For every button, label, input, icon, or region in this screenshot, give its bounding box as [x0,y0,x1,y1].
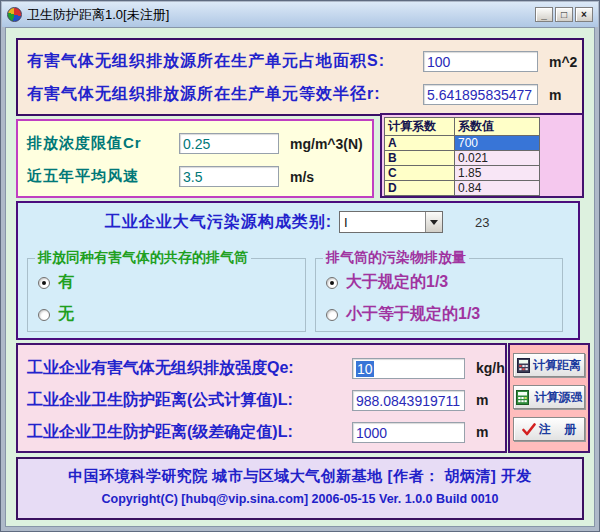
stacks-option-no-label[interactable]: 无 [58,304,74,325]
source-area-input[interactable]: 100 [423,51,538,72]
maximize-button[interactable]: □ [555,7,573,22]
windspeed-row: 近五年平均风速 3.5 m/s [18,160,372,193]
calculator-dark-icon [517,358,530,373]
calculator-green-icon [516,390,529,405]
distance-final-row: 工业企业卫生防护距离(级差确定值)L: 1000 m [18,416,505,448]
table-row[interactable]: D 0.84 [385,181,540,196]
distance-formula-row: 工业企业卫生防护距离(公式计算值)L: 988.0843919711 m [18,384,505,416]
table-row[interactable]: B 0.021 [385,151,540,166]
register-button[interactable]: 注 册 [513,417,585,441]
emission-option-greater-label[interactable]: 大于规定的1/3 [346,272,448,293]
qe-unit: kg/h [476,360,505,376]
emission-groupbox: 排气筒的污染物排放量 大于规定的1/3 小于等于规定的1/3 [315,249,563,332]
stacks-group-title: 排放同种有害气体的共存的排气筒 [35,249,251,267]
results-panel: 工业企业有害气体无组织排放强度Qe: 10 kg/h 工业企业卫生防护距离(公式… [16,343,507,453]
stacks-option-yes-label[interactable]: 有 [58,272,74,293]
minimize-icon: _ [541,10,547,20]
distance-final-label: 工业企业卫生防护距离(级差确定值)L: [27,422,352,443]
qe-label: 工业企业有害气体无组织排放强度Qe: [27,358,352,379]
app-window: 卫生防护距离1.0[未注册] _ □ × 有害气体无组织排放源所在生产单元占地面… [0,0,600,532]
windspeed-unit: m/s [290,169,314,185]
category-label: 工业企业大气污染源构成类别: [18,212,332,233]
params-panel: 排放浓度限值Cr 0.25 mg/m^3(N) 近五年平均风速 3.5 m/s [16,119,374,198]
concentration-unit: mg/m^3(N) [290,136,363,152]
distance-final-input[interactable]: 1000 [352,422,465,443]
qe-row: 工业企业有害气体无组织排放强度Qe: 10 kg/h [18,352,505,384]
source-panel: 有害气体无组织排放源所在生产单元占地面积S: 100 m^2 有害气体无组织排放… [16,38,584,116]
chevron-down-icon [430,220,438,225]
category-note: 23 [475,215,489,230]
emission-option-lessequal-label[interactable]: 小于等于规定的1/3 [346,304,480,325]
stacks-groupbox: 排放同种有害气体的共存的排气筒 有 无 [27,249,306,332]
source-area-label: 有害气体无组织排放源所在生产单元占地面积S: [27,51,423,72]
actions-panel: 计算距离 计算源强 注 册 [508,343,590,453]
radio-checked-icon[interactable] [38,277,50,289]
footer-copyright-line: Copyright(C) [hubq@vip.sina.com] 2006-05… [18,492,582,506]
check-icon [522,423,536,436]
coeff-header-row: 计算系数 系数值 [385,118,540,136]
table-row[interactable]: C 1.85 [385,166,540,181]
source-area-row: 有害气体无组织排放源所在生产单元占地面积S: 100 m^2 [18,45,582,78]
radio-checked-icon[interactable] [326,277,338,289]
category-dropdown-button[interactable] [425,212,442,232]
category-row: 工业企业大气污染源构成类别: I 23 [18,211,578,233]
coeff-header-value: 系数值 [455,118,540,136]
minimize-button[interactable]: _ [535,7,553,22]
client-area: 有害气体无组织排放源所在生产单元占地面积S: 100 m^2 有害气体无组织排放… [5,27,595,527]
source-radius-input[interactable]: 5.641895835477 [423,84,538,105]
concentration-label: 排放浓度限值Cr [27,134,179,153]
footer-credit-line: 中国环境科学研究院 城市与区域大气创新基地 [作者： 胡炳清] 开发 [18,467,582,486]
app-icon [7,7,22,22]
source-radius-row: 有害气体无组织排放源所在生产单元等效半径r: 5.641895835477 m [18,78,582,111]
windspeed-label: 近五年平均风速 [27,167,179,186]
emission-option-lessequal[interactable]: 小于等于规定的1/3 [326,304,562,325]
source-area-unit: m^2 [549,54,577,70]
table-row[interactable]: A 700 [385,136,540,151]
coefficients-panel: 计算系数 系数值 A 700 B 0.021 C 1.85 D 0.84 [380,113,584,198]
close-icon: × [581,10,587,20]
calc-distance-label: 计算距离 [533,357,581,374]
calc-source-label: 计算源强 [535,389,583,406]
concentration-row: 排放浓度限值Cr 0.25 mg/m^3(N) [18,127,372,160]
stacks-option-yes[interactable]: 有 [38,272,305,293]
concentration-input[interactable]: 0.25 [179,133,279,154]
footer-panel: 中国环境科学研究院 城市与区域大气创新基地 [作者： 胡炳清] 开发 Copyr… [16,457,584,520]
coeff-header-name: 计算系数 [385,118,455,136]
stacks-option-no[interactable]: 无 [38,304,305,325]
qe-selected-text: 10 [356,361,374,377]
maximize-icon: □ [561,10,567,20]
coefficients-table: 计算系数 系数值 A 700 B 0.021 C 1.85 D 0.84 [384,117,540,196]
distance-formula-unit: m [476,392,488,408]
emission-option-greater[interactable]: 大于规定的1/3 [326,272,562,293]
radio-unchecked-icon[interactable] [326,309,338,321]
source-radius-unit: m [549,87,561,103]
calc-distance-button[interactable]: 计算距离 [513,353,585,377]
windspeed-input[interactable]: 3.5 [179,166,279,187]
register-label: 注 册 [539,421,576,438]
distance-formula-input[interactable]: 988.0843919711 [352,390,465,411]
distance-final-unit: m [476,424,488,440]
category-select[interactable]: I [339,211,443,233]
calc-source-button[interactable]: 计算源强 [513,385,585,409]
pollution-panel: 工业企业大气污染源构成类别: I 23 排放同种有害气体的共存的排气筒 有 [16,201,580,340]
titlebar[interactable]: 卫生防护距离1.0[未注册] _ □ × [2,2,598,27]
window-title: 卫生防护距离1.0[未注册] [27,6,530,24]
close-button[interactable]: × [575,7,593,22]
distance-formula-label: 工业企业卫生防护距离(公式计算值)L: [27,390,352,411]
emission-group-title: 排气筒的污染物排放量 [323,249,469,267]
source-radius-label: 有害气体无组织排放源所在生产单元等效半径r: [27,84,423,105]
category-selected-value: I [340,212,425,232]
radio-unchecked-icon[interactable] [38,309,50,321]
qe-input[interactable]: 10 [352,358,465,379]
